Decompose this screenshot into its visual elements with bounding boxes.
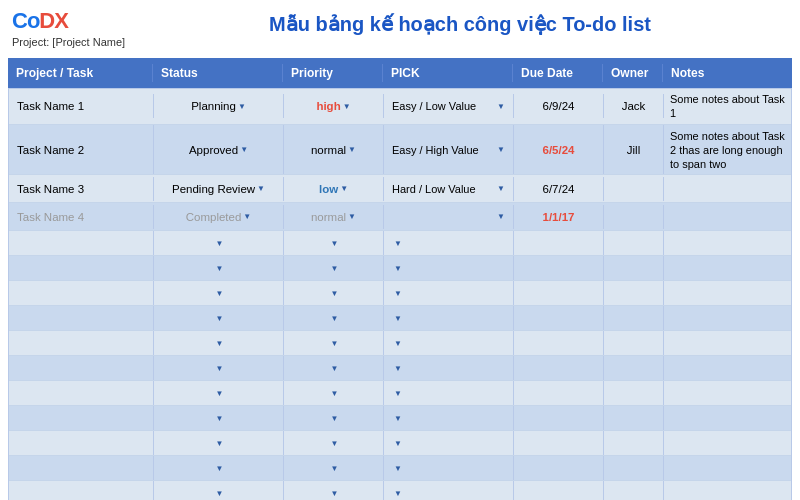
cell-owner-empty[interactable] — [604, 331, 664, 355]
cell-duedate-empty[interactable] — [514, 381, 604, 405]
cell-pick-empty[interactable]: ▼ — [384, 231, 514, 255]
status-dropdown-arrow-empty[interactable]: ▼ — [216, 464, 224, 473]
pick-dropdown-arrow-empty[interactable]: ▼ — [394, 314, 402, 323]
priority-dropdown-arrow-empty[interactable]: ▼ — [331, 339, 339, 348]
cell-duedate[interactable]: 1/1/17 — [514, 205, 604, 229]
cell-notes[interactable] — [664, 177, 791, 201]
cell-duedate[interactable]: 6/7/24 — [514, 177, 604, 201]
priority-dropdown-arrow[interactable]: ▼ — [343, 102, 351, 111]
cell-task-empty[interactable] — [9, 356, 154, 380]
cell-status-empty[interactable]: ▼ — [154, 406, 284, 430]
cell-pick-empty[interactable]: ▼ — [384, 356, 514, 380]
cell-duedate[interactable]: 6/9/24 — [514, 94, 604, 118]
pick-dropdown-arrow[interactable]: ▼ — [497, 212, 505, 221]
pick-dropdown-arrow-empty[interactable]: ▼ — [394, 389, 402, 398]
cell-pick[interactable]: Easy / High Value ▼ — [384, 125, 514, 175]
priority-dropdown-arrow-empty[interactable]: ▼ — [331, 239, 339, 248]
cell-duedate-empty[interactable] — [514, 431, 604, 455]
cell-duedate-empty[interactable] — [514, 406, 604, 430]
cell-status-empty[interactable]: ▼ — [154, 481, 284, 500]
status-dropdown-arrow-empty[interactable]: ▼ — [216, 489, 224, 498]
cell-pick-empty[interactable]: ▼ — [384, 331, 514, 355]
priority-dropdown-arrow-empty[interactable]: ▼ — [331, 414, 339, 423]
cell-task-empty[interactable] — [9, 406, 154, 430]
cell-notes[interactable]: Some notes about Task 2 thas are long en… — [664, 125, 791, 175]
cell-priority-empty[interactable]: ▼ — [284, 381, 384, 405]
cell-priority-empty[interactable]: ▼ — [284, 306, 384, 330]
cell-task-empty[interactable] — [9, 331, 154, 355]
cell-task-name[interactable]: Task Name 4 — [9, 205, 154, 229]
cell-notes-empty[interactable] — [664, 431, 791, 455]
cell-notes-empty[interactable] — [664, 481, 791, 500]
cell-notes[interactable]: Some notes about Task 1 — [664, 89, 791, 124]
cell-status-empty[interactable]: ▼ — [154, 306, 284, 330]
cell-owner[interactable]: Jill — [604, 125, 664, 175]
cell-pick-empty[interactable]: ▼ — [384, 281, 514, 305]
cell-duedate-empty[interactable] — [514, 456, 604, 480]
priority-dropdown-arrow-empty[interactable]: ▼ — [331, 264, 339, 273]
cell-task-empty[interactable] — [9, 381, 154, 405]
cell-status-empty[interactable]: ▼ — [154, 331, 284, 355]
status-dropdown-arrow[interactable]: ▼ — [240, 145, 248, 154]
cell-status-empty[interactable]: ▼ — [154, 431, 284, 455]
cell-priority-empty[interactable]: ▼ — [284, 456, 384, 480]
cell-pick-empty[interactable]: ▼ — [384, 481, 514, 500]
cell-priority-empty[interactable]: ▼ — [284, 481, 384, 500]
cell-duedate-empty[interactable] — [514, 281, 604, 305]
cell-priority-empty[interactable]: ▼ — [284, 281, 384, 305]
cell-priority[interactable]: low ▼ — [284, 177, 384, 201]
cell-task-name[interactable]: Task Name 3 — [9, 177, 154, 201]
cell-pick-empty[interactable]: ▼ — [384, 431, 514, 455]
cell-task-empty[interactable] — [9, 281, 154, 305]
cell-priority-empty[interactable]: ▼ — [284, 256, 384, 280]
cell-task-empty[interactable] — [9, 256, 154, 280]
cell-owner-empty[interactable] — [604, 306, 664, 330]
cell-owner-empty[interactable] — [604, 456, 664, 480]
cell-owner-empty[interactable] — [604, 381, 664, 405]
priority-dropdown-arrow-empty[interactable]: ▼ — [331, 289, 339, 298]
pick-dropdown-arrow-empty[interactable]: ▼ — [394, 489, 402, 498]
cell-task-name[interactable]: Task Name 1 — [9, 94, 154, 118]
pick-dropdown-arrow-empty[interactable]: ▼ — [394, 464, 402, 473]
cell-notes-empty[interactable] — [664, 406, 791, 430]
cell-notes-empty[interactable] — [664, 456, 791, 480]
status-dropdown-arrow-empty[interactable]: ▼ — [216, 239, 224, 248]
status-dropdown-arrow-empty[interactable]: ▼ — [216, 339, 224, 348]
status-dropdown-arrow-empty[interactable]: ▼ — [216, 264, 224, 273]
cell-duedate[interactable]: 6/5/24 — [514, 125, 604, 175]
cell-notes-empty[interactable] — [664, 231, 791, 255]
pick-dropdown-arrow-empty[interactable]: ▼ — [394, 414, 402, 423]
cell-pick-empty[interactable]: ▼ — [384, 381, 514, 405]
cell-owner-empty[interactable] — [604, 406, 664, 430]
cell-pick-empty[interactable]: ▼ — [384, 306, 514, 330]
cell-priority-empty[interactable]: ▼ — [284, 431, 384, 455]
cell-task-empty[interactable] — [9, 231, 154, 255]
priority-dropdown-arrow-empty[interactable]: ▼ — [331, 389, 339, 398]
status-dropdown-arrow-empty[interactable]: ▼ — [216, 314, 224, 323]
pick-dropdown-arrow-empty[interactable]: ▼ — [394, 239, 402, 248]
cell-priority[interactable]: normal ▼ — [284, 125, 384, 175]
cell-pick[interactable]: Easy / Low Value ▼ — [384, 94, 514, 118]
cell-priority-empty[interactable]: ▼ — [284, 331, 384, 355]
cell-notes-empty[interactable] — [664, 331, 791, 355]
priority-dropdown-arrow[interactable]: ▼ — [348, 145, 356, 154]
cell-duedate-empty[interactable] — [514, 256, 604, 280]
cell-owner-empty[interactable] — [604, 431, 664, 455]
cell-duedate-empty[interactable] — [514, 231, 604, 255]
cell-duedate-empty[interactable] — [514, 356, 604, 380]
status-dropdown-arrow-empty[interactable]: ▼ — [216, 289, 224, 298]
cell-priority[interactable]: high ▼ — [284, 94, 384, 118]
cell-status[interactable]: Pending Review ▼ — [154, 177, 284, 201]
cell-owner-empty[interactable] — [604, 281, 664, 305]
priority-dropdown-arrow-empty[interactable]: ▼ — [331, 364, 339, 373]
cell-duedate-empty[interactable] — [514, 481, 604, 500]
priority-dropdown-arrow[interactable]: ▼ — [340, 184, 348, 193]
cell-owner[interactable] — [604, 177, 664, 201]
pick-dropdown-arrow-empty[interactable]: ▼ — [394, 339, 402, 348]
cell-status[interactable]: Approved ▼ — [154, 125, 284, 175]
priority-dropdown-arrow-empty[interactable]: ▼ — [331, 314, 339, 323]
priority-dropdown-arrow-empty[interactable]: ▼ — [331, 464, 339, 473]
cell-owner-empty[interactable] — [604, 481, 664, 500]
cell-priority[interactable]: normal ▼ — [284, 205, 384, 229]
cell-notes-empty[interactable] — [664, 356, 791, 380]
